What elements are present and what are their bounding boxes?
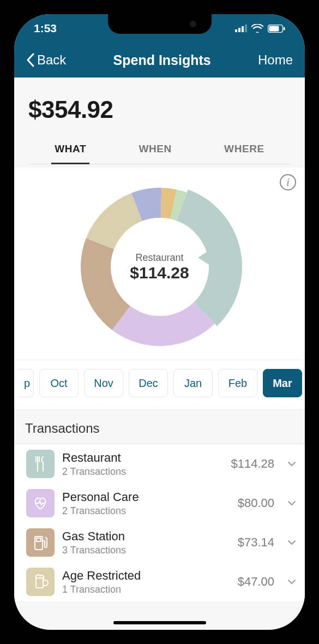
transaction-row[interactable]: Restaurant2 Transactions$114.28 [14, 444, 305, 484]
svg-rect-9 [36, 578, 43, 588]
total-spend: $354.92 [28, 96, 291, 123]
transaction-amount: $47.00 [238, 575, 274, 589]
home-indicator[interactable] [113, 621, 206, 624]
donut-pointer-icon [198, 251, 209, 265]
chevron-down-icon [287, 538, 296, 547]
month-chip[interactable]: Feb [218, 369, 257, 397]
transaction-count: 1 Transaction [62, 584, 230, 595]
svg-rect-1 [238, 28, 240, 32]
svg-rect-0 [235, 29, 237, 32]
donut-center-value: $114.28 [130, 264, 189, 282]
tab-when[interactable]: WHEN [135, 139, 174, 164]
transaction-row[interactable]: Personal Care2 Transactions$80.00 [14, 484, 305, 523]
svg-rect-5 [269, 26, 279, 31]
transaction-amount: $114.28 [231, 457, 274, 471]
wifi-icon [251, 24, 263, 33]
chevron-down-icon [287, 459, 296, 469]
svg-rect-3 [245, 25, 247, 32]
month-chip[interactable]: Mar [263, 369, 302, 397]
transaction-count: 2 Transactions [62, 466, 223, 478]
back-label: Back [37, 52, 66, 68]
summary-area: $354.92 WHAT WHEN WHERE [14, 77, 305, 168]
chart-area: i Restaurant $114.28 [14, 168, 305, 360]
transaction-amount: $73.14 [238, 535, 274, 550]
month-chip[interactable]: Dec [129, 369, 168, 397]
transaction-row[interactable]: Gas Station3 Transactions$73.14 [14, 523, 305, 562]
month-chip[interactable]: Nov [84, 369, 123, 397]
svg-rect-6 [284, 27, 285, 30]
transaction-list: Restaurant2 Transactions$114.28Personal … [14, 444, 305, 601]
month-chip[interactable]: Jan [173, 369, 213, 397]
tab-bar: WHAT WHEN WHERE [28, 139, 291, 164]
back-button[interactable]: Back [26, 52, 66, 68]
chevron-left-icon [26, 53, 35, 67]
transaction-name: Restaurant [62, 451, 223, 465]
nav-bar: Back Spend Insights Home [14, 43, 305, 77]
transaction-amount: $80.00 [238, 496, 274, 510]
page-title: Spend Insights [113, 52, 211, 68]
transaction-name: Gas Station [62, 529, 230, 544]
transaction-row[interactable]: Age Restricted1 Transaction$47.00 [14, 562, 305, 601]
category-beer-icon [26, 568, 55, 596]
chevron-down-icon [287, 577, 296, 587]
donut-chart[interactable]: Restaurant $114.28 [73, 180, 247, 354]
tab-what[interactable]: WHAT [51, 139, 89, 164]
status-time: 1:53 [34, 22, 57, 35]
cellular-icon [235, 25, 247, 32]
donut-center-label: Restaurant [130, 252, 189, 264]
svg-rect-2 [242, 26, 244, 32]
info-icon[interactable]: i [280, 174, 296, 190]
transactions-header: Transactions [14, 410, 305, 444]
tab-where[interactable]: WHERE [221, 139, 268, 164]
category-restaurant-icon [26, 450, 55, 478]
transaction-name: Personal Care [62, 490, 230, 504]
month-selector[interactable]: pOctNovDecJanFebMar [14, 360, 305, 410]
month-chip[interactable]: Oct [39, 369, 79, 397]
chevron-down-icon [287, 498, 296, 508]
home-button[interactable]: Home [258, 52, 293, 68]
category-heart-icon [26, 489, 55, 517]
donut-slice[interactable] [86, 193, 142, 249]
category-gas-icon [26, 528, 55, 557]
svg-rect-8 [37, 538, 41, 541]
transaction-name: Age Restricted [62, 569, 230, 583]
battery-icon [268, 25, 285, 33]
transaction-count: 2 Transactions [62, 505, 230, 517]
transaction-count: 3 Transactions [62, 545, 230, 556]
month-chip[interactable]: p [17, 369, 34, 397]
device-notch [108, 14, 212, 34]
